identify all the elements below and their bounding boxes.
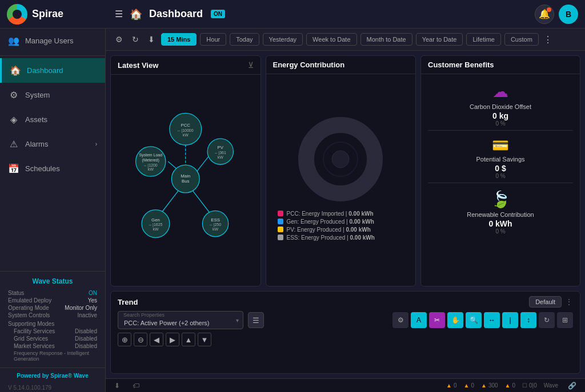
trend-default-btn[interactable]: Default: [529, 296, 562, 308]
pan-up-btn[interactable]: ▲: [182, 333, 195, 346]
svg-text:-- |250: -- |250: [210, 223, 221, 227]
schedules-icon: 📅: [8, 163, 19, 174]
logo-text: Spirae: [32, 8, 63, 20]
time-btn-month[interactable]: Month to Date: [360, 33, 412, 46]
time-btn-lifetime[interactable]: Lifetime: [466, 33, 501, 46]
svg-text:kW: kW: [213, 227, 218, 231]
trend-title: Trend: [118, 298, 138, 306]
network-svg: Main Bus PCC -- |10000 kW System Load (M…: [111, 75, 261, 283]
legend-pcc: PCC: Energy Imported | 0.00 kWh: [278, 211, 404, 217]
trend-tool-vexpand[interactable]: ↕: [520, 312, 536, 328]
sidebar-item-dashboard[interactable]: 🏠 Dashboard: [0, 58, 105, 83]
trend-tool-cut[interactable]: ✂: [429, 312, 445, 328]
settings-icon-btn[interactable]: ⚙: [113, 33, 126, 46]
time-btn-yesterday[interactable]: Yesterday: [263, 33, 303, 46]
toolbar: ⚙ ↻ ⬇ 15 Mins Hour Today Yesterday Week …: [106, 29, 585, 51]
header-right: ☰ 🏠 Dashboard ON 🔔 B: [113, 5, 578, 24]
time-btn-year[interactable]: Year to Date: [416, 33, 463, 46]
trend-tool-hand[interactable]: ✋: [447, 312, 463, 328]
benefits-content: ☁ Carbon Dioxide Offset 0 kg 0 % 💳 Poten…: [421, 74, 580, 281]
wave-item: Wave: [544, 382, 558, 389]
trend-tool-share[interactable]: ⚙: [392, 312, 408, 328]
savings-pct: 0 %: [495, 173, 505, 179]
brand-name: Spirae® Wave: [50, 373, 88, 379]
alarms-icon: ⚠: [8, 139, 19, 149]
zoom-in-btn[interactable]: ⊕: [118, 333, 131, 346]
system-icon: ⚙: [8, 90, 19, 100]
on-badge: ON: [211, 10, 225, 18]
list-icon-btn[interactable]: ☰: [248, 312, 264, 328]
warning-1-item: ▲ 0: [464, 382, 474, 389]
trend-tool-sep[interactable]: |: [502, 312, 518, 328]
svg-text:-- |10000: -- |10000: [178, 128, 194, 133]
energy-title: Energy Contribution: [273, 60, 345, 69]
svg-text:kW: kW: [183, 133, 189, 137]
dashboard-icon: 🏠: [10, 65, 21, 76]
sidebar-item-assets[interactable]: ◈ Assets: [0, 107, 105, 132]
statusbar-download-btn[interactable]: ⬇: [111, 380, 123, 391]
sidebar-label-alarms: Alarms: [25, 140, 48, 148]
latest-view-expand-btn[interactable]: ⊻: [248, 60, 254, 70]
svg-text:ESS: ESS: [211, 217, 220, 223]
sidebar-label-assets: Assets: [25, 115, 47, 124]
status-row-facility: Facility Services Disabled: [8, 328, 97, 334]
assets-icon: ◈: [8, 114, 19, 125]
sidebar: 👥 Manage Users 🏠 Dashboard ⚙ System ◈ As…: [0, 29, 106, 392]
warning-icon-1: ▲: [446, 382, 452, 389]
trend-header: Trend Default ⋮: [118, 296, 573, 308]
trend-more-btn[interactable]: ⋮: [565, 297, 573, 306]
trend-tool-zoom[interactable]: 🔍: [466, 312, 482, 328]
dashboard-grid: Latest View ⊻ Main Bus: [106, 51, 585, 378]
toolbar-more-btn[interactable]: ⋮: [543, 34, 552, 45]
main-layout: 👥 Manage Users 🏠 Dashboard ⚙ System ◈ As…: [0, 29, 585, 392]
time-btn-custom[interactable]: Custom: [504, 33, 539, 46]
logo-icon: [7, 4, 27, 25]
statusbar-link-btn[interactable]: 🔗: [565, 380, 579, 391]
warning-2-item: ▲ 0: [505, 382, 515, 389]
carbon-pct: 0 %: [495, 120, 505, 127]
svg-text:Bus: Bus: [182, 179, 190, 184]
pan-right-btn[interactable]: ▶: [166, 333, 179, 346]
carbon-icon: ☁: [492, 82, 508, 101]
svg-text:PV: PV: [218, 145, 224, 150]
trend-tool-grid[interactable]: ⊞: [557, 312, 573, 328]
wave-label: Wave: [544, 382, 558, 389]
notifications-button[interactable]: 🔔: [535, 5, 554, 24]
warning-icon-2: ▲: [464, 382, 470, 389]
time-btn-week[interactable]: Week to Date: [306, 33, 356, 46]
trend-tool-text[interactable]: A: [411, 312, 427, 328]
svg-text:(Metered): (Metered): [142, 158, 159, 163]
sidebar-item-manage-users[interactable]: 👥 Manage Users: [0, 29, 105, 53]
statusbar-tag-btn[interactable]: 🏷: [130, 380, 142, 391]
wave-status-title: Wave Status: [8, 277, 97, 285]
sidebar-item-system[interactable]: ⚙ System: [0, 83, 105, 107]
benefit-renewable: 🍃 Renewable Contribution 0 kWh 0 %: [428, 187, 573, 238]
trend-tool-hexpand[interactable]: ↔: [484, 312, 500, 328]
warning-icon-4: ▲: [505, 382, 511, 389]
svg-text:kW: kW: [148, 167, 154, 171]
user-button[interactable]: B: [559, 5, 578, 24]
network-diagram: Main Bus PCC -- |10000 kW System Load (M…: [111, 75, 261, 283]
sidebar-item-alarms[interactable]: ⚠ Alarms ›: [0, 132, 105, 156]
carbon-value: 0 kg: [492, 111, 508, 120]
status-row-market: Market Services Disabled: [8, 343, 97, 349]
sidebar-nav: 👥 Manage Users 🏠 Dashboard ⚙ System ◈ As…: [0, 29, 105, 271]
savings-value: 0 $: [495, 164, 506, 173]
sidebar-item-schedules[interactable]: 📅 Schedules: [0, 156, 105, 181]
time-btn-15mins[interactable]: 15 Mins: [161, 33, 197, 46]
pan-left-btn[interactable]: ◀: [150, 333, 163, 346]
menu-button[interactable]: ☰: [113, 6, 125, 22]
zoom-out-btn[interactable]: ⊖: [134, 333, 147, 346]
time-btn-today[interactable]: Today: [230, 33, 259, 46]
pan-down-btn[interactable]: ▼: [198, 333, 211, 346]
warning-0-item: ▲ 0: [446, 382, 456, 389]
sidebar-label-schedules: Schedules: [25, 164, 60, 173]
trend-tool-refresh[interactable]: ↻: [539, 312, 555, 328]
legend-gen: Gen: Energy Produced | 0.00 kWh: [278, 219, 404, 225]
time-btn-hour[interactable]: Hour: [200, 33, 226, 46]
renewable-name: Renewable Contribution: [467, 211, 534, 218]
refresh-icon-btn[interactable]: ↻: [129, 33, 142, 46]
svg-text:-- |1625: -- |1625: [149, 223, 163, 227]
search-label: Search Properties: [123, 312, 165, 318]
download-icon-btn[interactable]: ⬇: [145, 33, 158, 46]
